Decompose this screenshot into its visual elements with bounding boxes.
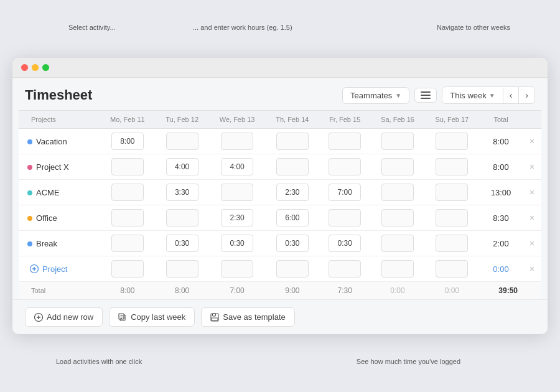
time-input[interactable] <box>329 235 361 252</box>
time-cell <box>100 154 156 180</box>
svg-rect-0 <box>421 91 431 93</box>
time-input[interactable] <box>381 209 414 226</box>
table-row: Office8:30× <box>19 205 541 231</box>
time-input[interactable] <box>276 235 309 252</box>
time-cell <box>370 180 424 205</box>
add-row-remove-button[interactable]: × <box>526 263 538 275</box>
remove-row-button[interactable]: × <box>526 186 538 198</box>
time-input[interactable] <box>436 209 468 226</box>
col-mon: Mo, Feb 11 <box>100 111 156 129</box>
time-input[interactable] <box>329 260 361 278</box>
project-cell[interactable]: Vacation <box>19 129 100 154</box>
time-input[interactable] <box>221 260 253 278</box>
time-cell <box>266 205 319 231</box>
save-label: Save as template <box>223 312 285 322</box>
time-cell <box>100 231 156 256</box>
time-input[interactable] <box>276 209 309 226</box>
time-input[interactable] <box>436 158 468 175</box>
add-project-row[interactable]: Project 0:00× <box>19 256 541 282</box>
remove-row-button[interactable]: × <box>526 237 538 250</box>
remove-row-button[interactable]: × <box>526 161 538 173</box>
add-project-day-cell <box>156 256 209 282</box>
svg-rect-15 <box>213 314 216 316</box>
time-input[interactable] <box>166 184 198 201</box>
time-input[interactable] <box>276 158 309 175</box>
maximize-button[interactable] <box>42 64 49 71</box>
time-input[interactable] <box>381 158 414 175</box>
close-button[interactable] <box>21 64 28 71</box>
time-input[interactable] <box>111 133 144 150</box>
time-cell <box>319 205 370 231</box>
add-row-button[interactable]: Add new row <box>25 307 103 327</box>
time-input[interactable] <box>221 235 253 252</box>
time-input[interactable] <box>221 184 253 201</box>
time-input[interactable] <box>111 260 144 278</box>
time-input[interactable] <box>111 209 144 226</box>
time-input[interactable] <box>329 184 361 201</box>
time-input[interactable] <box>436 235 468 252</box>
time-input[interactable] <box>381 260 414 278</box>
time-input[interactable] <box>329 133 361 150</box>
teammates-dropdown[interactable]: Teammates ▼ <box>342 87 409 104</box>
copy-label: Copy last week <box>131 312 185 322</box>
col-sat: Sa, Feb 16 <box>370 111 424 129</box>
next-week-button[interactable]: › <box>519 87 534 103</box>
time-cell <box>156 129 209 154</box>
week-selector[interactable]: This week ▼ <box>442 88 503 103</box>
timesheet-container: Projects Mo, Feb 11 Tu, Feb 12 We, Feb 1… <box>12 110 548 299</box>
copy-icon <box>118 313 127 322</box>
time-input[interactable] <box>111 235 144 252</box>
svg-rect-14 <box>211 314 218 321</box>
remove-cell: × <box>523 154 541 180</box>
timesheet-table: Projects Mo, Feb 11 Tu, Feb 12 We, Feb 1… <box>19 110 541 299</box>
time-input[interactable] <box>276 184 309 201</box>
add-project-cell[interactable]: Project <box>19 256 100 282</box>
save-template-button[interactable]: Save as template <box>201 307 294 327</box>
time-input[interactable] <box>436 184 468 201</box>
remove-row-button[interactable]: × <box>526 212 538 224</box>
time-input[interactable] <box>166 209 198 226</box>
time-input[interactable] <box>329 158 361 175</box>
row-total: 8:00 <box>479 154 523 180</box>
annotation-enter-hours: ... and enter work hours (eg. 1.5) <box>193 24 292 31</box>
time-input[interactable] <box>111 158 144 175</box>
time-cell <box>156 154 209 180</box>
time-input[interactable] <box>166 133 198 150</box>
time-input[interactable] <box>381 235 414 252</box>
prev-week-button[interactable]: ‹ <box>503 87 520 103</box>
add-project-icon <box>30 264 39 273</box>
time-cell <box>425 231 479 256</box>
project-cell[interactable]: Project X <box>19 154 100 180</box>
time-input[interactable] <box>436 260 468 278</box>
time-input[interactable] <box>381 184 414 201</box>
project-cell[interactable]: ACME <box>19 180 100 205</box>
time-input[interactable] <box>221 158 253 175</box>
list-view-button[interactable] <box>414 88 437 103</box>
time-input[interactable] <box>111 184 144 201</box>
remove-cell: × <box>523 180 541 205</box>
day-total-3: 9:00 <box>266 282 319 300</box>
day-total-1: 8:00 <box>156 282 209 300</box>
remove-row-button[interactable]: × <box>526 135 538 147</box>
time-input[interactable] <box>276 133 309 150</box>
add-project-day-cell <box>100 256 156 282</box>
time-cell <box>100 129 156 154</box>
copy-last-week-button[interactable]: Copy last week <box>109 307 195 327</box>
add-project-day-cell <box>425 256 479 282</box>
time-input[interactable] <box>436 133 468 150</box>
time-cell <box>156 180 209 205</box>
project-cell[interactable]: Office <box>19 205 100 231</box>
table-row: Project X8:00× <box>19 154 541 180</box>
time-input[interactable] <box>221 133 253 150</box>
time-input[interactable] <box>166 158 198 175</box>
time-input[interactable] <box>276 260 309 278</box>
time-input[interactable] <box>381 133 414 150</box>
time-input[interactable] <box>166 235 198 252</box>
add-project-button[interactable]: Project <box>21 264 97 274</box>
annotation-navigate-weeks: Navigate to other weeks <box>437 24 510 31</box>
time-input[interactable] <box>329 209 361 226</box>
project-cell[interactable]: Break <box>19 231 100 256</box>
time-input[interactable] <box>166 260 198 278</box>
time-input[interactable] <box>221 209 253 226</box>
minimize-button[interactable] <box>32 64 39 71</box>
